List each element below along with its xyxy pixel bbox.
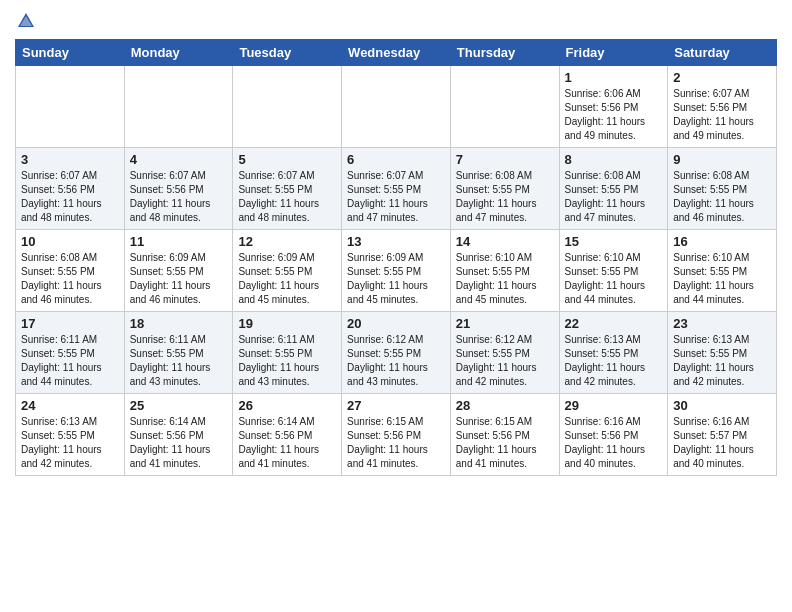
- day-number: 29: [565, 398, 663, 413]
- calendar-cell: 18Sunrise: 6:11 AM Sunset: 5:55 PM Dayli…: [124, 312, 233, 394]
- calendar-body: 1Sunrise: 6:06 AM Sunset: 5:56 PM Daylig…: [16, 66, 777, 476]
- col-header-tuesday: Tuesday: [233, 40, 342, 66]
- day-number: 5: [238, 152, 336, 167]
- day-info: Sunrise: 6:11 AM Sunset: 5:55 PM Dayligh…: [130, 333, 228, 389]
- col-header-thursday: Thursday: [450, 40, 559, 66]
- day-info: Sunrise: 6:07 AM Sunset: 5:55 PM Dayligh…: [347, 169, 445, 225]
- day-number: 17: [21, 316, 119, 331]
- day-info: Sunrise: 6:16 AM Sunset: 5:57 PM Dayligh…: [673, 415, 771, 471]
- day-info: Sunrise: 6:07 AM Sunset: 5:56 PM Dayligh…: [130, 169, 228, 225]
- day-number: 6: [347, 152, 445, 167]
- calendar-cell: 25Sunrise: 6:14 AM Sunset: 5:56 PM Dayli…: [124, 394, 233, 476]
- day-number: 24: [21, 398, 119, 413]
- calendar-cell: 16Sunrise: 6:10 AM Sunset: 5:55 PM Dayli…: [668, 230, 777, 312]
- day-info: Sunrise: 6:08 AM Sunset: 5:55 PM Dayligh…: [21, 251, 119, 307]
- calendar-cell: 8Sunrise: 6:08 AM Sunset: 5:55 PM Daylig…: [559, 148, 668, 230]
- day-number: 7: [456, 152, 554, 167]
- calendar-cell: 15Sunrise: 6:10 AM Sunset: 5:55 PM Dayli…: [559, 230, 668, 312]
- calendar-week-row: 17Sunrise: 6:11 AM Sunset: 5:55 PM Dayli…: [16, 312, 777, 394]
- calendar-week-row: 1Sunrise: 6:06 AM Sunset: 5:56 PM Daylig…: [16, 66, 777, 148]
- calendar-cell: 6Sunrise: 6:07 AM Sunset: 5:55 PM Daylig…: [342, 148, 451, 230]
- calendar-table: SundayMondayTuesdayWednesdayThursdayFrid…: [15, 39, 777, 476]
- day-info: Sunrise: 6:09 AM Sunset: 5:55 PM Dayligh…: [347, 251, 445, 307]
- day-number: 9: [673, 152, 771, 167]
- calendar-cell: 24Sunrise: 6:13 AM Sunset: 5:55 PM Dayli…: [16, 394, 125, 476]
- calendar-header-row: SundayMondayTuesdayWednesdayThursdayFrid…: [16, 40, 777, 66]
- day-info: Sunrise: 6:08 AM Sunset: 5:55 PM Dayligh…: [456, 169, 554, 225]
- header: [15, 10, 777, 31]
- calendar-cell: 20Sunrise: 6:12 AM Sunset: 5:55 PM Dayli…: [342, 312, 451, 394]
- day-info: Sunrise: 6:11 AM Sunset: 5:55 PM Dayligh…: [21, 333, 119, 389]
- logo: [15, 10, 35, 31]
- calendar-cell: [342, 66, 451, 148]
- day-info: Sunrise: 6:15 AM Sunset: 5:56 PM Dayligh…: [456, 415, 554, 471]
- calendar-cell: 19Sunrise: 6:11 AM Sunset: 5:55 PM Dayli…: [233, 312, 342, 394]
- day-info: Sunrise: 6:07 AM Sunset: 5:55 PM Dayligh…: [238, 169, 336, 225]
- day-number: 20: [347, 316, 445, 331]
- day-number: 25: [130, 398, 228, 413]
- day-number: 12: [238, 234, 336, 249]
- day-info: Sunrise: 6:15 AM Sunset: 5:56 PM Dayligh…: [347, 415, 445, 471]
- day-info: Sunrise: 6:08 AM Sunset: 5:55 PM Dayligh…: [565, 169, 663, 225]
- calendar-cell: 7Sunrise: 6:08 AM Sunset: 5:55 PM Daylig…: [450, 148, 559, 230]
- day-info: Sunrise: 6:10 AM Sunset: 5:55 PM Dayligh…: [456, 251, 554, 307]
- day-info: Sunrise: 6:12 AM Sunset: 5:55 PM Dayligh…: [347, 333, 445, 389]
- calendar-cell: 14Sunrise: 6:10 AM Sunset: 5:55 PM Dayli…: [450, 230, 559, 312]
- day-info: Sunrise: 6:10 AM Sunset: 5:55 PM Dayligh…: [673, 251, 771, 307]
- calendar-cell: 2Sunrise: 6:07 AM Sunset: 5:56 PM Daylig…: [668, 66, 777, 148]
- logo-icon: [17, 12, 35, 30]
- day-number: 16: [673, 234, 771, 249]
- day-info: Sunrise: 6:09 AM Sunset: 5:55 PM Dayligh…: [130, 251, 228, 307]
- day-info: Sunrise: 6:13 AM Sunset: 5:55 PM Dayligh…: [21, 415, 119, 471]
- day-info: Sunrise: 6:14 AM Sunset: 5:56 PM Dayligh…: [238, 415, 336, 471]
- calendar-cell: [124, 66, 233, 148]
- calendar-cell: 17Sunrise: 6:11 AM Sunset: 5:55 PM Dayli…: [16, 312, 125, 394]
- day-number: 4: [130, 152, 228, 167]
- day-info: Sunrise: 6:10 AM Sunset: 5:55 PM Dayligh…: [565, 251, 663, 307]
- calendar-week-row: 10Sunrise: 6:08 AM Sunset: 5:55 PM Dayli…: [16, 230, 777, 312]
- day-number: 23: [673, 316, 771, 331]
- calendar-cell: 11Sunrise: 6:09 AM Sunset: 5:55 PM Dayli…: [124, 230, 233, 312]
- col-header-wednesday: Wednesday: [342, 40, 451, 66]
- calendar-cell: 26Sunrise: 6:14 AM Sunset: 5:56 PM Dayli…: [233, 394, 342, 476]
- calendar-cell: 29Sunrise: 6:16 AM Sunset: 5:56 PM Dayli…: [559, 394, 668, 476]
- day-number: 2: [673, 70, 771, 85]
- col-header-monday: Monday: [124, 40, 233, 66]
- day-info: Sunrise: 6:11 AM Sunset: 5:55 PM Dayligh…: [238, 333, 336, 389]
- calendar-cell: 21Sunrise: 6:12 AM Sunset: 5:55 PM Dayli…: [450, 312, 559, 394]
- col-header-saturday: Saturday: [668, 40, 777, 66]
- day-number: 21: [456, 316, 554, 331]
- day-info: Sunrise: 6:07 AM Sunset: 5:56 PM Dayligh…: [673, 87, 771, 143]
- day-number: 27: [347, 398, 445, 413]
- calendar-cell: [233, 66, 342, 148]
- day-number: 11: [130, 234, 228, 249]
- day-info: Sunrise: 6:08 AM Sunset: 5:55 PM Dayligh…: [673, 169, 771, 225]
- calendar-cell: [450, 66, 559, 148]
- day-number: 18: [130, 316, 228, 331]
- day-number: 13: [347, 234, 445, 249]
- calendar-cell: 4Sunrise: 6:07 AM Sunset: 5:56 PM Daylig…: [124, 148, 233, 230]
- calendar-cell: 12Sunrise: 6:09 AM Sunset: 5:55 PM Dayli…: [233, 230, 342, 312]
- day-info: Sunrise: 6:13 AM Sunset: 5:55 PM Dayligh…: [673, 333, 771, 389]
- day-info: Sunrise: 6:16 AM Sunset: 5:56 PM Dayligh…: [565, 415, 663, 471]
- calendar-cell: 5Sunrise: 6:07 AM Sunset: 5:55 PM Daylig…: [233, 148, 342, 230]
- calendar-cell: 27Sunrise: 6:15 AM Sunset: 5:56 PM Dayli…: [342, 394, 451, 476]
- day-number: 15: [565, 234, 663, 249]
- calendar-cell: 10Sunrise: 6:08 AM Sunset: 5:55 PM Dayli…: [16, 230, 125, 312]
- day-info: Sunrise: 6:06 AM Sunset: 5:56 PM Dayligh…: [565, 87, 663, 143]
- day-number: 8: [565, 152, 663, 167]
- calendar-cell: 3Sunrise: 6:07 AM Sunset: 5:56 PM Daylig…: [16, 148, 125, 230]
- day-number: 28: [456, 398, 554, 413]
- day-number: 22: [565, 316, 663, 331]
- day-number: 14: [456, 234, 554, 249]
- day-info: Sunrise: 6:09 AM Sunset: 5:55 PM Dayligh…: [238, 251, 336, 307]
- calendar-cell: 22Sunrise: 6:13 AM Sunset: 5:55 PM Dayli…: [559, 312, 668, 394]
- day-info: Sunrise: 6:12 AM Sunset: 5:55 PM Dayligh…: [456, 333, 554, 389]
- page: SundayMondayTuesdayWednesdayThursdayFrid…: [0, 0, 792, 486]
- day-number: 10: [21, 234, 119, 249]
- calendar-cell: 23Sunrise: 6:13 AM Sunset: 5:55 PM Dayli…: [668, 312, 777, 394]
- day-info: Sunrise: 6:13 AM Sunset: 5:55 PM Dayligh…: [565, 333, 663, 389]
- calendar-cell: 9Sunrise: 6:08 AM Sunset: 5:55 PM Daylig…: [668, 148, 777, 230]
- calendar-week-row: 24Sunrise: 6:13 AM Sunset: 5:55 PM Dayli…: [16, 394, 777, 476]
- day-info: Sunrise: 6:07 AM Sunset: 5:56 PM Dayligh…: [21, 169, 119, 225]
